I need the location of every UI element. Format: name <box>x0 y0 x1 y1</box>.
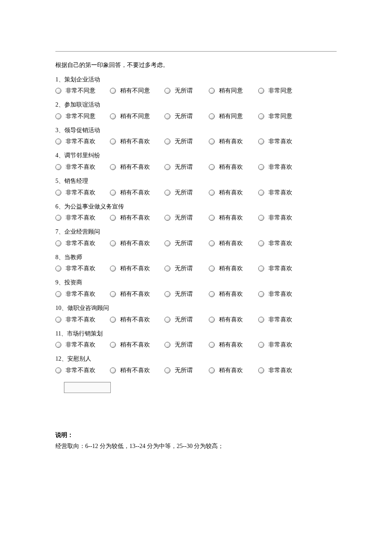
option: 非常不喜欢 <box>55 240 107 247</box>
question-text: 4、调节邻里纠纷 <box>55 151 337 160</box>
radio-icon[interactable] <box>209 342 215 348</box>
option: 非常不喜欢 <box>55 290 107 298</box>
option-label: 稍有喜欢 <box>219 265 255 272</box>
options-row: 非常不喜欢稍有不喜欢无所谓稍有喜欢非常喜欢 <box>55 290 337 298</box>
radio-icon[interactable] <box>110 291 116 297</box>
radio-icon[interactable] <box>209 367 215 373</box>
radio-icon[interactable] <box>258 367 264 373</box>
option-label: 稍有不喜欢 <box>120 189 161 197</box>
option: 无所谓 <box>164 265 205 272</box>
radio-icon[interactable] <box>164 317 170 323</box>
radio-icon[interactable] <box>164 139 170 145</box>
radio-icon[interactable] <box>258 88 264 94</box>
radio-icon[interactable] <box>164 88 170 94</box>
radio-icon[interactable] <box>209 240 215 246</box>
radio-icon[interactable] <box>55 317 61 323</box>
radio-icon[interactable] <box>258 342 264 348</box>
radio-icon[interactable] <box>164 342 170 348</box>
option-label: 稍有不喜欢 <box>120 214 161 222</box>
radio-icon[interactable] <box>55 266 61 272</box>
option-label: 非常不喜欢 <box>66 240 107 247</box>
option: 非常喜欢 <box>258 138 304 145</box>
radio-icon[interactable] <box>209 266 215 272</box>
radio-icon[interactable] <box>209 164 215 170</box>
radio-icon[interactable] <box>55 215 61 221</box>
explanation-text: 经营取向：6--12 分为较低，13--24 分为中等，25--30 分为较高； <box>55 442 337 451</box>
radio-icon[interactable] <box>164 291 170 297</box>
option: 非常同意 <box>258 113 304 120</box>
radio-icon[interactable] <box>55 139 61 145</box>
radio-icon[interactable] <box>258 317 264 323</box>
option-label: 稍有不喜欢 <box>120 367 161 374</box>
radio-icon[interactable] <box>164 190 170 196</box>
radio-icon[interactable] <box>209 291 215 297</box>
question-text: 11、市场行销策划 <box>55 330 337 338</box>
radio-icon[interactable] <box>209 317 215 323</box>
option: 无所谓 <box>164 240 205 247</box>
radio-icon[interactable] <box>55 164 61 170</box>
result-input[interactable] <box>64 382 111 393</box>
radio-icon[interactable] <box>209 88 215 94</box>
radio-icon[interactable] <box>209 190 215 196</box>
option-label: 非常同意 <box>268 87 304 95</box>
radio-icon[interactable] <box>55 291 61 297</box>
option-label: 非常不喜欢 <box>66 290 107 298</box>
radio-icon[interactable] <box>55 367 61 373</box>
radio-icon[interactable] <box>209 113 215 119</box>
option-label: 稍有喜欢 <box>219 367 255 374</box>
radio-icon[interactable] <box>164 164 170 170</box>
radio-icon[interactable] <box>110 367 116 373</box>
radio-icon[interactable] <box>258 291 264 297</box>
radio-icon[interactable] <box>258 266 264 272</box>
radio-icon[interactable] <box>258 164 264 170</box>
question-text: 10、做职业咨询顾问 <box>55 304 337 312</box>
radio-icon[interactable] <box>55 88 61 94</box>
radio-icon[interactable] <box>164 113 170 119</box>
radio-icon[interactable] <box>110 317 116 323</box>
radio-icon[interactable] <box>209 215 215 221</box>
radio-icon[interactable] <box>258 215 264 221</box>
option-label: 非常喜欢 <box>268 367 304 374</box>
option: 稍有不喜欢 <box>110 265 161 272</box>
option: 稍有不喜欢 <box>110 240 161 247</box>
option-label: 稍有喜欢 <box>219 341 255 349</box>
option: 无所谓 <box>164 367 205 374</box>
radio-icon[interactable] <box>258 190 264 196</box>
radio-icon[interactable] <box>110 164 116 170</box>
option-label: 非常不喜欢 <box>66 163 107 171</box>
options-row: 非常不喜欢稍有不喜欢无所谓稍有喜欢非常喜欢 <box>55 341 337 349</box>
radio-icon[interactable] <box>209 139 215 145</box>
radio-icon[interactable] <box>258 240 264 246</box>
option-label: 非常不同意 <box>66 87 107 95</box>
radio-icon[interactable] <box>110 266 116 272</box>
radio-icon[interactable] <box>110 88 116 94</box>
option: 无所谓 <box>164 214 205 222</box>
option-label: 稍有不喜欢 <box>120 138 161 145</box>
radio-icon[interactable] <box>258 139 264 145</box>
radio-icon[interactable] <box>110 190 116 196</box>
radio-icon[interactable] <box>110 113 116 119</box>
radio-icon[interactable] <box>55 190 61 196</box>
radio-icon[interactable] <box>55 113 61 119</box>
option-label: 无所谓 <box>175 113 205 120</box>
radio-icon[interactable] <box>110 215 116 221</box>
radio-icon[interactable] <box>164 367 170 373</box>
radio-icon[interactable] <box>110 139 116 145</box>
radio-icon[interactable] <box>110 240 116 246</box>
option: 稍有不喜欢 <box>110 163 161 171</box>
options-row: 非常不喜欢稍有不喜欢无所谓稍有喜欢非常喜欢 <box>55 214 337 222</box>
radio-icon[interactable] <box>258 113 264 119</box>
radio-icon[interactable] <box>164 266 170 272</box>
radio-icon[interactable] <box>164 240 170 246</box>
option: 稍有不喜欢 <box>110 341 161 349</box>
option-label: 非常喜欢 <box>268 341 304 349</box>
option: 稍有喜欢 <box>209 189 255 197</box>
radio-icon[interactable] <box>164 215 170 221</box>
explanation-title: 说明： <box>55 431 337 439</box>
options-row: 非常不喜欢稍有不喜欢无所谓稍有喜欢非常喜欢 <box>55 163 337 171</box>
options-row: 非常不同意稍有不同意无所谓稍有同意非常同意 <box>55 87 337 95</box>
radio-icon[interactable] <box>55 342 61 348</box>
option: 稍有不喜欢 <box>110 189 161 197</box>
radio-icon[interactable] <box>55 240 61 246</box>
radio-icon[interactable] <box>110 342 116 348</box>
